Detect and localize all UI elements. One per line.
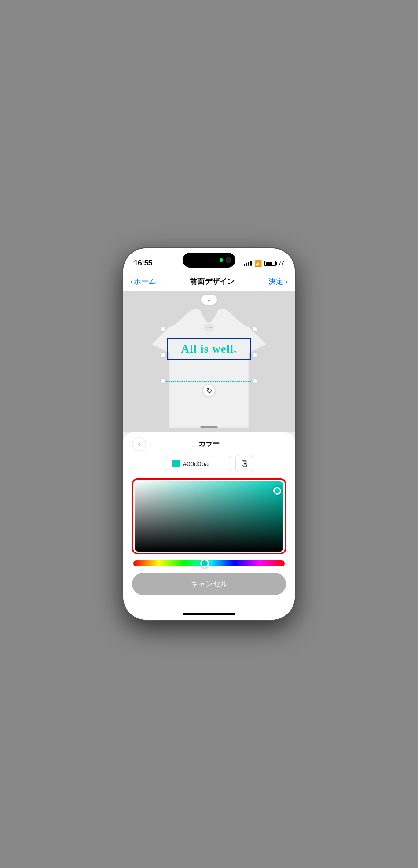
main-content: ⌄ Printstar M xyxy=(123,291,295,620)
color-picker-wrapper[interactable] xyxy=(132,478,286,554)
status-right: 📶 77 xyxy=(244,260,284,267)
panel-back-icon: ‹ xyxy=(138,441,140,448)
panel-header: ‹ カラー xyxy=(132,439,286,449)
hue-slider[interactable] xyxy=(133,560,285,566)
signal-bar-2 xyxy=(246,263,247,266)
nav-title: 前面デザイン xyxy=(190,276,235,287)
color-hex-text: #00d0ba xyxy=(183,460,209,467)
phone-frame: 16:55 📶 77 ‹ xyxy=(123,248,295,620)
status-time: 16:55 xyxy=(134,259,152,268)
home-indicator xyxy=(123,607,295,620)
nav-confirm-button[interactable]: 決定 › xyxy=(268,276,288,287)
signal-bar-3 xyxy=(248,262,249,266)
handle-top-left[interactable] xyxy=(160,326,166,332)
nav-back-label: ホーム xyxy=(134,276,156,287)
svg-text:Printstar: Printstar xyxy=(206,326,213,328)
rotate-icon: ↻ xyxy=(206,386,212,395)
handle-top-right[interactable] xyxy=(252,326,258,332)
status-bar: 16:55 📶 77 xyxy=(123,248,295,272)
color-input-row: #00d0ba ⎘ xyxy=(132,455,286,472)
handle-middle-left[interactable] xyxy=(160,352,166,358)
tshirt-area[interactable]: ⌄ Printstar M xyxy=(123,291,295,432)
handle-bottom-right[interactable] xyxy=(252,378,258,384)
handle-middle-right[interactable] xyxy=(252,352,258,358)
camera-indicator xyxy=(226,257,231,263)
color-hex-field[interactable]: #00d0ba xyxy=(165,456,231,471)
hue-cursor[interactable] xyxy=(200,559,209,568)
tshirt-container: Printstar M All is wel xyxy=(143,291,275,432)
home-bar xyxy=(183,613,235,615)
signal-bar-1 xyxy=(244,264,245,266)
wifi-icon: 📶 xyxy=(254,260,262,267)
bottom-panel: ‹ カラー #00d0ba ⎘ xyxy=(123,432,295,607)
color-gradient-box[interactable] xyxy=(135,481,283,552)
battery-percent: 77 xyxy=(279,260,284,266)
rotate-handle[interactable]: ↻ xyxy=(203,384,215,397)
gradient-dark xyxy=(135,481,283,552)
handle-bottom-left[interactable] xyxy=(160,378,166,384)
copy-button[interactable]: ⎘ xyxy=(235,455,253,472)
scroll-indicator xyxy=(200,426,218,428)
green-dot xyxy=(220,258,223,262)
nav-confirm-label: 決定 › xyxy=(268,276,288,287)
battery-fill xyxy=(266,262,272,265)
picker-cursor[interactable] xyxy=(273,487,281,495)
phone-screen: 16:55 📶 77 ‹ xyxy=(123,248,295,620)
cancel-button[interactable]: キャンセル xyxy=(132,573,286,595)
panel-title: カラー xyxy=(198,439,220,449)
nav-bar: ‹ ホーム 前面デザイン 決定 › xyxy=(123,272,295,291)
chevron-down-button[interactable]: ⌄ xyxy=(201,295,217,305)
color-swatch xyxy=(172,460,180,467)
panel-back-button[interactable]: ‹ xyxy=(132,437,146,451)
dynamic-island xyxy=(183,253,235,268)
hue-slider-wrapper xyxy=(132,560,286,566)
back-chevron-icon: ‹ xyxy=(130,277,133,286)
design-text-box[interactable]: All is well. xyxy=(167,338,251,360)
signal-bar-4 xyxy=(250,261,252,266)
design-text: All is well. xyxy=(181,342,237,356)
copy-icon: ⎘ xyxy=(242,459,247,468)
nav-back-button[interactable]: ‹ ホーム xyxy=(130,276,156,287)
battery-icon xyxy=(264,261,276,266)
design-overlay[interactable]: All is well. ↻ xyxy=(163,329,255,382)
signal-bars xyxy=(244,261,252,266)
chevron-down-icon: ⌄ xyxy=(207,297,211,303)
